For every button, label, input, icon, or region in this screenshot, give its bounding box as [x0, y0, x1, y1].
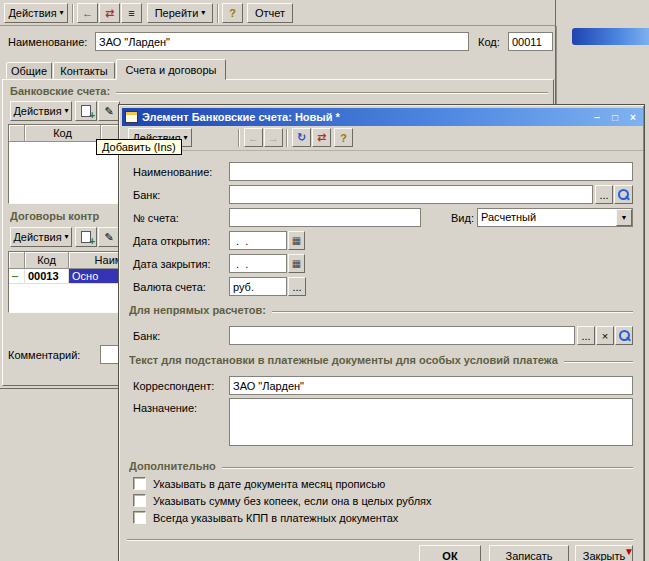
dropdown-arrow-icon: ▾	[201, 9, 205, 17]
contracts-edit-button[interactable]: ✎	[98, 227, 120, 247]
dialog-help-button[interactable]: ?	[334, 128, 353, 147]
help-icon: ?	[229, 7, 236, 19]
dlg-open-date-label: Дата открытия:	[133, 235, 210, 247]
contracts-section-header: Договоры контр	[10, 210, 116, 222]
ellipsis-icon: ...	[599, 189, 608, 201]
goto-menu-label: Перейти	[155, 7, 199, 19]
save-button[interactable]: Записать	[489, 545, 569, 561]
comment-label: Комментарий:	[8, 349, 80, 361]
dialog-back-button[interactable]: ←	[244, 128, 263, 147]
tab-accounts-contracts[interactable]: Счета и договоры	[116, 59, 226, 80]
substitution-section-header: Текст для подстановки в платежные докуме…	[129, 354, 633, 366]
dlg-close-date-label: Дата закрытия:	[133, 258, 211, 270]
accounts-add-button[interactable]: +	[75, 101, 97, 121]
footer-divider	[127, 539, 633, 541]
purpose-textarea[interactable]	[229, 398, 633, 446]
open-date-calendar-button[interactable]: ▦	[288, 231, 305, 250]
dialog-titlebar[interactable]: Элемент Банковские счета: Новый * – □ ×	[122, 108, 643, 126]
indirect-section-header: Для непрямых расчетов:	[129, 304, 633, 316]
close-date-calendar-button[interactable]: ▦	[288, 254, 305, 273]
actions-menu-button[interactable]: Действия ▾	[4, 3, 68, 23]
reread-button[interactable]: ⇄	[99, 3, 120, 23]
dlg-account-input[interactable]	[229, 208, 421, 227]
minimize-icon[interactable]: –	[590, 112, 604, 123]
dropdown-arrow-icon: ▾	[65, 233, 69, 241]
help-button[interactable]: ?	[222, 3, 243, 23]
accounts-edit-button[interactable]: ✎	[98, 101, 120, 121]
contracts-col-icon-header[interactable]	[9, 252, 25, 269]
ok-button[interactable]: ОК	[419, 545, 481, 561]
background-window	[556, 26, 649, 106]
section-rule	[116, 92, 548, 94]
dlg-bank-input[interactable]	[229, 185, 593, 204]
magnifier-icon	[618, 329, 631, 342]
dialog-forward-button[interactable]: →	[264, 128, 283, 147]
accounts-col-icon-header[interactable]	[9, 125, 25, 142]
kind-dropdown-button[interactable]: ▼	[616, 209, 632, 226]
accounts-col-code-header[interactable]: Код	[25, 125, 101, 142]
toolbar-separator	[217, 4, 219, 23]
ok-label: ОК	[442, 550, 457, 561]
contracts-actions-button[interactable]: Действия ▾	[10, 227, 72, 247]
dialog-reread-button[interactable]: ↻	[292, 128, 311, 147]
contract-row-marker-cell[interactable]: ‒	[9, 269, 25, 284]
edit-icon: ✎	[104, 105, 113, 118]
dlg-name-input[interactable]	[229, 162, 633, 181]
close-icon[interactable]: ×	[626, 112, 640, 123]
substitution-header-label: Текст для подстановки в платежные докуме…	[129, 354, 558, 366]
currency-choose-button[interactable]: ...	[288, 277, 306, 296]
dlg-name-label: Наименование:	[133, 166, 212, 178]
open-date-input[interactable]	[229, 231, 287, 250]
contract-row-code-cell[interactable]: 00013	[25, 269, 69, 284]
calendar-icon: ▦	[292, 258, 301, 269]
extra-section-header: Дополнительно	[129, 460, 633, 472]
month-in-words-checkbox[interactable]	[133, 477, 146, 490]
currency-input[interactable]	[229, 277, 287, 296]
actions-menu-label: Действия	[8, 7, 56, 19]
tab-general[interactable]: Общие	[6, 62, 52, 79]
clear-icon: ×	[602, 330, 608, 342]
sum-without-kopeks-label: Указывать сумму без копеек, если она в ц…	[153, 495, 432, 507]
code-input[interactable]	[508, 32, 553, 51]
tab-contacts[interactable]: Контакты	[53, 62, 115, 79]
bank-choose-button[interactable]: ...	[595, 185, 613, 204]
list-button[interactable]: ≡	[121, 3, 142, 23]
back-icon: ←	[248, 132, 259, 144]
indirect-bank-open-button[interactable]	[615, 326, 633, 345]
help-icon: ?	[340, 132, 347, 144]
dialog-structure-button[interactable]: ⇄	[312, 128, 331, 147]
close-date-input[interactable]	[229, 254, 287, 273]
goto-menu-button[interactable]: Перейти ▾	[147, 3, 213, 23]
sum-without-kopeks-checkbox[interactable]	[133, 494, 146, 507]
tooltip: Добавить (Ins)	[96, 139, 182, 155]
ellipsis-icon: ...	[292, 281, 301, 293]
plus-icon: +	[89, 237, 95, 247]
reread-icon: ↻	[297, 131, 306, 144]
toolbar-separator	[238, 129, 240, 147]
toolbar-separator	[286, 129, 288, 147]
dropdown-arrow-icon: ▾	[60, 9, 64, 17]
accounts-actions-button[interactable]: Действия ▾	[10, 101, 72, 121]
kind-combobox[interactable]: Расчетный	[477, 208, 633, 227]
combo-arrow-icon: ▼	[621, 214, 628, 221]
indirect-bank-clear-button[interactable]: ×	[596, 326, 614, 345]
report-button[interactable]: Отчет	[247, 3, 293, 23]
dlg-kind-label: Вид:	[451, 212, 474, 224]
name-input[interactable]	[95, 32, 469, 51]
contracts-actions-label: Действия	[13, 231, 61, 243]
indirect-bank-choose-button[interactable]: ...	[577, 326, 595, 345]
dropdown-arrow-icon: ▾	[65, 107, 69, 115]
always-kpp-checkbox[interactable]	[133, 511, 146, 524]
bank-accounts-section-header: Банковские счета:	[10, 85, 548, 97]
contracts-col-code-header[interactable]: Код	[25, 252, 69, 269]
form-icon	[125, 111, 138, 123]
contracts-add-button[interactable]: +	[75, 227, 97, 247]
bank-open-button[interactable]	[614, 185, 633, 204]
purpose-label: Назначение:	[133, 402, 197, 414]
calendar-icon: ▦	[292, 235, 301, 246]
maximize-icon[interactable]: □	[608, 112, 622, 123]
dlg-account-label: № счета:	[133, 212, 179, 224]
back-button[interactable]: ←	[77, 3, 98, 23]
correspondent-input[interactable]	[229, 376, 633, 395]
indirect-bank-input[interactable]	[229, 326, 575, 345]
